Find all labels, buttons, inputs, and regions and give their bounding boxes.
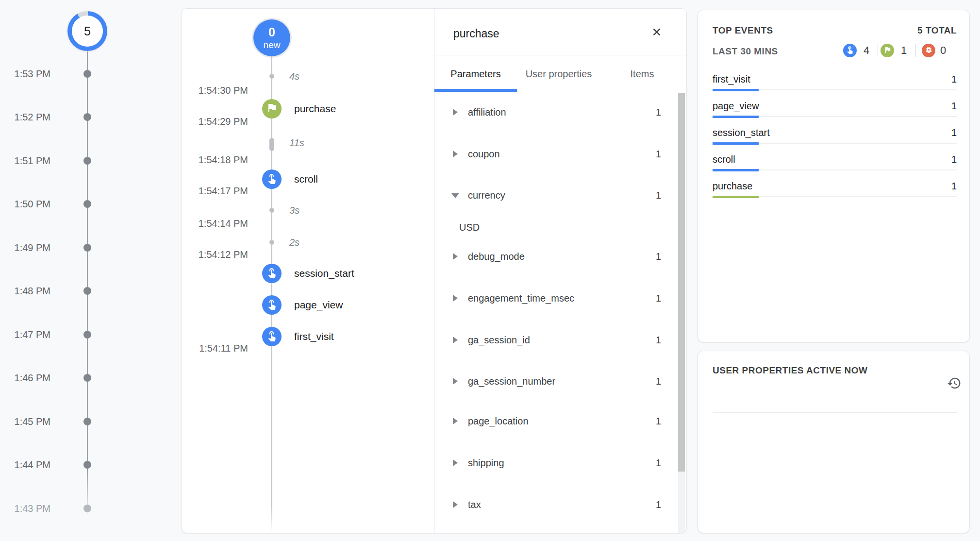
param-row-tax[interactable]: tax 1: [434, 491, 687, 518]
new-events-count: 0: [268, 26, 275, 38]
gap-marker: [269, 138, 274, 151]
event-label[interactable]: first_visit: [294, 331, 334, 342]
event-timestamp: 1:54:29 PM: [186, 116, 248, 127]
event-label[interactable]: session_start: [294, 268, 354, 279]
minute-dot[interactable]: [83, 287, 91, 295]
param-count: 1: [656, 457, 661, 469]
history-button[interactable]: [945, 374, 964, 394]
top-event-count: 1: [951, 127, 957, 138]
minute-dot[interactable]: [83, 113, 91, 121]
minute-dot[interactable]: [83, 331, 91, 338]
param-name: currency: [468, 190, 505, 201]
minute-label: 1:52 PM: [9, 112, 50, 123]
tab-items[interactable]: Items: [631, 68, 654, 80]
new-events-label: new: [264, 40, 281, 50]
error-events-count: 0: [940, 44, 946, 57]
user-properties-title: USER PROPERTIES ACTIVE NOW: [713, 365, 868, 376]
tabs-divider: [434, 92, 687, 92]
event-node-session-start[interactable]: [262, 264, 282, 283]
param-row-debug-mode[interactable]: debug_mode 1: [434, 243, 687, 270]
param-row-ga-session-id[interactable]: ga_session_id 1: [434, 327, 687, 353]
top-event-row-purchase[interactable]: purchase 1: [698, 176, 969, 201]
top-event-row-page-view[interactable]: page_view 1: [698, 96, 969, 120]
error-events-counter: [922, 44, 935, 57]
event-label[interactable]: scroll: [294, 173, 318, 185]
param-name: debug_mode: [468, 251, 525, 262]
touch-icon: [846, 45, 854, 56]
param-name: ga_session_id: [468, 335, 530, 346]
minute-dot[interactable]: [83, 244, 91, 252]
param-row-currency[interactable]: currency 1: [434, 182, 687, 208]
minute-dot[interactable]: [83, 461, 91, 469]
minute-dot[interactable]: [83, 70, 91, 78]
tab-parameters[interactable]: Parameters: [450, 68, 500, 80]
param-row-engagement-time-msec[interactable]: engagement_time_msec 1: [434, 285, 687, 311]
minute-label: 1:46 PM: [9, 372, 50, 384]
event-label[interactable]: purchase: [294, 103, 336, 115]
minute-dot[interactable]: [83, 200, 91, 208]
top-event-name: session_start: [713, 127, 770, 138]
top-event-name: scroll: [713, 154, 735, 165]
event-timestamp: 1:54:12 PM: [186, 249, 248, 260]
gap-duration: 2s: [289, 237, 299, 248]
event-node-first-visit[interactable]: [262, 327, 282, 346]
top-events-card: TOP EVENTS 5 TOTAL LAST 30 MINS 4 1 0 fi…: [698, 10, 970, 342]
param-row-shipping[interactable]: shipping 1: [434, 450, 687, 476]
event-timestamp: 1:54:14 PM: [186, 218, 248, 229]
chevron-down-icon: [451, 193, 459, 198]
tab-user-properties[interactable]: User properties: [526, 68, 592, 80]
top-event-bar: [713, 142, 759, 145]
gap-duration: 3s: [289, 205, 299, 216]
top-event-name: first_visit: [713, 74, 750, 85]
header-divider: [434, 55, 687, 55]
minute-dot[interactable]: [83, 374, 91, 382]
param-name: engagement_time_msec: [468, 293, 574, 304]
minute-dot[interactable]: [83, 157, 91, 165]
param-row-page-location[interactable]: page_location 1: [434, 408, 687, 434]
param-count: 1: [656, 335, 661, 346]
top-event-row-session-start[interactable]: session_start 1: [698, 123, 969, 147]
param-name: ga_session_number: [468, 376, 555, 387]
event-node-purchase[interactable]: [262, 99, 282, 118]
top-event-row-scroll[interactable]: scroll 1: [698, 150, 969, 174]
top-event-name: purchase: [713, 181, 752, 192]
minutes-counter-ring: 5: [67, 11, 107, 51]
minute-dot[interactable]: [83, 418, 91, 425]
new-events-badge[interactable]: 0 new: [253, 19, 290, 56]
chevron-right-icon: [453, 501, 458, 508]
scrollbar-thumb[interactable]: [678, 93, 685, 472]
event-label[interactable]: page_view: [294, 299, 343, 311]
close-icon[interactable]: ✕: [648, 23, 665, 41]
top-event-count: 1: [951, 101, 957, 112]
event-node-scroll[interactable]: [262, 169, 282, 189]
touch-icon: [266, 172, 278, 186]
param-row-ga-session-number[interactable]: ga_session_number 1: [434, 368, 687, 394]
event-timestamp: 1:54:18 PM: [186, 154, 248, 166]
chevron-right-icon: [453, 151, 458, 157]
param-row-affiliation[interactable]: affiliation 1: [434, 99, 687, 125]
minute-dot[interactable]: [83, 505, 91, 512]
top-events-title: TOP EVENTS: [713, 25, 773, 36]
minute-label: 1:50 PM: [9, 199, 50, 210]
param-count: 1: [656, 149, 661, 160]
event-node-page-view[interactable]: [262, 295, 282, 315]
param-count: 1: [656, 190, 661, 201]
chevron-right-icon: [453, 253, 458, 260]
top-event-bar: [713, 169, 759, 171]
param-name: tax: [468, 499, 481, 510]
minute-label: 1:43 PM: [9, 503, 50, 514]
top-event-row-first-visit[interactable]: first_visit 1: [698, 69, 969, 94]
param-name: page_location: [468, 416, 529, 427]
param-count: 1: [656, 499, 661, 510]
minute-label: 1:53 PM: [9, 68, 50, 80]
event-timestamp: 1:54:30 PM: [186, 85, 248, 96]
gap-marker: [269, 74, 274, 79]
event-timestamp: 1:54:17 PM: [186, 186, 248, 197]
param-row-coupon[interactable]: coupon 1: [434, 141, 687, 167]
gap-duration: 11s: [289, 137, 304, 149]
top-event-bar: [713, 89, 759, 91]
top-event-name: page_view: [713, 101, 759, 112]
minute-label: 1:45 PM: [9, 416, 50, 427]
top-events-total: 5 TOTAL: [917, 25, 957, 36]
event-detail-panel: purchase ✕ Parameters User properties It…: [434, 9, 687, 533]
